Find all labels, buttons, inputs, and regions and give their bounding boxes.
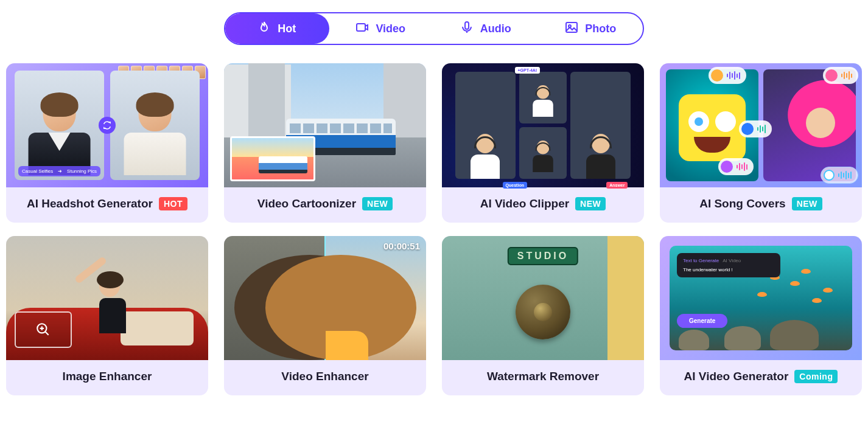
svg-rect-0 xyxy=(357,24,365,31)
chip-text: Casual Selfies xyxy=(22,168,53,174)
tool-card-ai-headshot-generator[interactable]: Casual Selfies ➜ Stunning Pics AI Headsh… xyxy=(6,63,208,223)
waveform-icon xyxy=(823,67,858,84)
badge-new: NEW xyxy=(575,197,606,210)
tool-title: AI Video Clipper xyxy=(480,197,569,210)
arrow-icon: ➜ xyxy=(58,168,62,174)
tool-thumbnail xyxy=(6,236,208,360)
tag-gpt: +GPT-4AI xyxy=(515,67,540,74)
tool-thumbnail: +GPT-4AI Question Answer xyxy=(442,63,644,187)
tools-grid: Casual Selfies ➜ Stunning Pics AI Headsh… xyxy=(5,63,863,395)
tool-card-ai-video-clipper[interactable]: +GPT-4AI Question Answer AI Video Clippe… xyxy=(442,63,644,223)
mic-icon xyxy=(460,20,474,38)
doorbell-icon xyxy=(516,285,570,339)
prompt-tab-active: Text to Generate xyxy=(683,258,719,263)
tool-title: Video Cartoonizer xyxy=(257,197,356,210)
tool-card-video-enhancer[interactable]: 00:00:51 Video Enhancer xyxy=(224,236,426,395)
swap-icon xyxy=(99,117,116,134)
waveform-icon xyxy=(739,120,772,137)
category-tabbar: Hot Video Audio Photo xyxy=(224,12,644,45)
waveform-icon xyxy=(718,158,754,175)
flame-icon xyxy=(257,20,271,38)
generate-button: Generate xyxy=(677,314,727,328)
tool-title: AI Song Covers xyxy=(699,197,785,210)
badge-new: NEW xyxy=(792,197,822,210)
image-icon xyxy=(564,20,579,38)
tool-card-ai-song-covers[interactable]: AI Song Covers NEW xyxy=(660,63,862,223)
tool-card-ai-video-generator[interactable]: Text to Generate AI Video The underwater… xyxy=(660,236,862,395)
tab-label: Photo xyxy=(585,23,616,35)
tab-label: Audio xyxy=(480,23,511,35)
tool-card-image-enhancer[interactable]: Image Enhancer xyxy=(6,236,208,395)
tab-label: Video xyxy=(376,23,405,35)
waveform-icon xyxy=(821,167,858,184)
tag-question: Question xyxy=(503,182,527,189)
tool-thumbnail: Text to Generate AI Video The underwater… xyxy=(660,236,862,360)
tool-title: Watermark Remover xyxy=(487,370,599,383)
tab-audio[interactable]: Audio xyxy=(433,13,538,44)
badge-coming: Coming xyxy=(794,370,838,383)
tool-title: Video Enhancer xyxy=(281,370,368,383)
prompt-text: The underwater world ! xyxy=(683,267,774,273)
chip-text: Stunning Pics xyxy=(67,168,97,174)
badge-new: NEW xyxy=(362,197,393,210)
badge-hot: HOT xyxy=(159,197,187,210)
tool-title: AI Headshot Generator xyxy=(27,197,153,210)
prompt-tab-inactive: AI Video xyxy=(723,258,741,263)
tab-label: Hot xyxy=(278,23,296,35)
tab-hot[interactable]: Hot xyxy=(224,13,329,44)
timestamp: 00:00:51 xyxy=(383,241,420,251)
plaque-text: STUDIO xyxy=(508,247,578,265)
tab-photo[interactable]: Photo xyxy=(538,13,643,44)
video-icon xyxy=(355,20,369,38)
tool-title: AI Video Generator xyxy=(684,370,789,383)
tool-thumbnail xyxy=(224,63,426,187)
tool-thumbnail: Casual Selfies ➜ Stunning Pics xyxy=(6,63,208,187)
tool-thumbnail xyxy=(660,63,862,187)
tool-card-watermark-remover[interactable]: STUDIO Watermark Remover xyxy=(442,236,644,395)
svg-rect-2 xyxy=(566,23,577,32)
tool-thumbnail: STUDIO xyxy=(442,236,644,360)
tab-video[interactable]: Video xyxy=(328,13,433,44)
waveform-icon xyxy=(709,67,746,84)
svg-rect-1 xyxy=(465,22,469,29)
tag-answer: Answer xyxy=(606,182,628,189)
tool-title: Image Enhancer xyxy=(63,370,152,383)
magnifier-icon xyxy=(15,311,72,348)
tool-thumbnail: 00:00:51 xyxy=(224,236,426,360)
tool-card-video-cartoonizer[interactable]: Video Cartoonizer NEW xyxy=(224,63,426,223)
